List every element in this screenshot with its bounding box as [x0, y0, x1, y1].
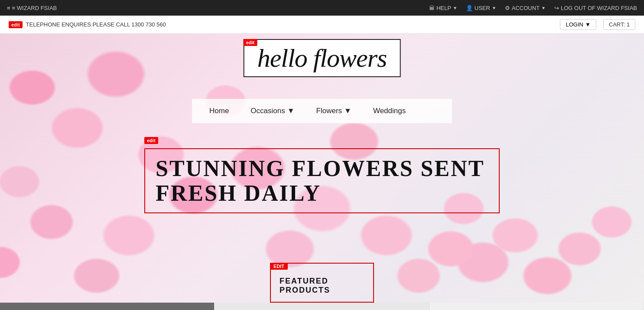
hamburger-icon: ≡ — [7, 5, 10, 11]
featured-edit-badge[interactable]: EDIT — [270, 263, 288, 270]
flowers-dropdown-arrow: ▼ — [344, 107, 351, 115]
admin-brand-label: ≡ WIZARD FSIAB — [12, 5, 57, 11]
cart-label: CART: — [609, 21, 625, 28]
user-icon: 👤 — [466, 5, 473, 11]
nav-weddings[interactable]: Weddings — [373, 107, 406, 115]
cart-count: 1 — [627, 21, 630, 28]
hero-headline-box: STUNNING FLOWERS SENT FRESH DAILY — [144, 148, 500, 213]
utility-edit-badge[interactable]: edit — [9, 21, 23, 28]
logo-text: hello flowers — [257, 45, 387, 71]
nav-flowers[interactable]: Flowers ▼ — [316, 107, 351, 115]
hero-edit-badge[interactable]: edit — [144, 137, 158, 144]
admin-bar: ≡ ≡ WIZARD FSIAB 🏛 HELP ▼ 👤 USER ▼ ⚙ ACC… — [0, 0, 644, 16]
account-dropdown-arrow: ▼ — [541, 6, 546, 10]
product-thumb-2 — [215, 303, 429, 310]
user-button[interactable]: 👤 USER ▼ — [466, 5, 496, 11]
product-thumb-1 — [0, 303, 215, 310]
admin-bar-right: 🏛 HELP ▼ 👤 USER ▼ ⚙ ACCOUNT ▼ ↪ LOG OUT … — [429, 5, 637, 11]
cart-info: CART: 1 — [603, 19, 635, 30]
logout-icon: ↪ — [554, 5, 559, 11]
admin-bar-left: ≡ ≡ WIZARD FSIAB — [7, 5, 57, 11]
help-dropdown-arrow: ▼ — [453, 6, 457, 10]
nav-occasions[interactable]: Occasions ▼ — [250, 107, 294, 115]
account-button[interactable]: ⚙ ACCOUNT ▼ — [505, 5, 546, 11]
featured-section: EDIT FEATURED PRODUCTS — [270, 263, 374, 303]
admin-brand-button[interactable]: ≡ ≡ WIZARD FSIAB — [7, 5, 57, 11]
logo-container: edit hello flowers — [244, 39, 401, 77]
product-strip — [0, 303, 644, 310]
help-icon: 🏛 — [429, 5, 435, 11]
nav-bar: Home Occasions ▼ Flowers ▼ Weddings — [192, 99, 452, 123]
hero-content: edit STUNNING FLOWERS SENT FRESH DAILY — [144, 138, 500, 213]
product-thumb-3 — [429, 303, 644, 310]
hero-headline: STUNNING FLOWERS SENT FRESH DAILY — [156, 156, 488, 206]
login-dropdown-arrow: ▼ — [585, 21, 591, 28]
nav-home[interactable]: Home — [209, 107, 229, 115]
login-button[interactable]: LOGIN ▼ — [560, 19, 596, 30]
featured-label: FEATURED PRODUCTS — [280, 277, 364, 295]
logo-edit-badge[interactable]: edit — [244, 39, 257, 46]
occasions-dropdown-arrow: ▼ — [287, 107, 295, 115]
help-button[interactable]: 🏛 HELP ▼ — [429, 5, 457, 11]
phone-text: TELEPHONE ENQUIRES PLEASE CALL 1300 730 … — [26, 21, 560, 28]
user-dropdown-arrow: ▼ — [492, 6, 496, 10]
login-label: LOGIN — [566, 21, 583, 28]
gear-icon: ⚙ — [505, 5, 510, 11]
utility-right: LOGIN ▼ CART: 1 — [560, 19, 635, 30]
utility-bar: edit TELEPHONE ENQUIRES PLEASE CALL 1300… — [0, 16, 644, 34]
logout-button[interactable]: ↪ LOG OUT OF WIZARD FSIAB — [554, 5, 637, 11]
hero-section: edit hello flowers Home Occasions ▼ Flow… — [0, 34, 644, 303]
